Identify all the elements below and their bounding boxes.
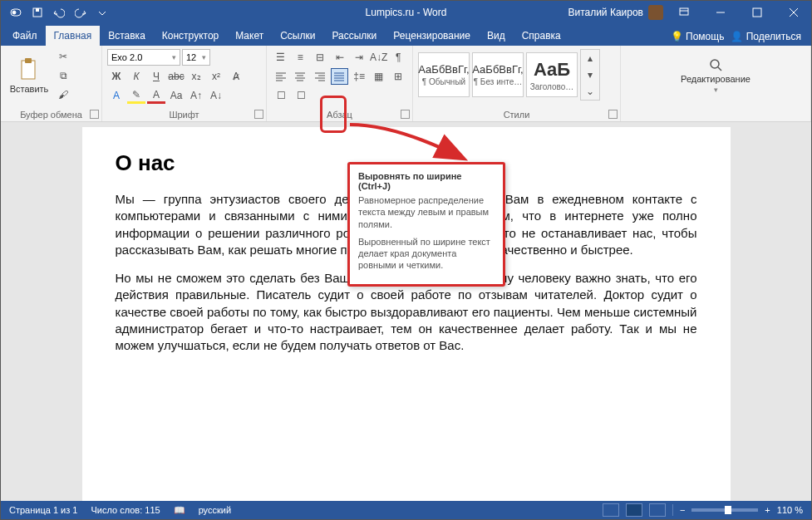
- title-bar: Lumpics.ru - Word Виталий Каиров: [1, 1, 811, 24]
- styles-expand[interactable]: ⌄: [581, 83, 599, 100]
- qat-menu[interactable]: [92, 2, 112, 22]
- highlight-button[interactable]: ✎: [127, 87, 145, 104]
- shading-button[interactable]: ▦: [370, 68, 388, 85]
- style-nospace[interactable]: АаБбВвГг, ¶ Без инте…: [472, 52, 524, 97]
- align-right-button[interactable]: [311, 68, 329, 85]
- sort-button[interactable]: A↓Z: [370, 49, 388, 66]
- editing-menu[interactable]: Редактирование ▾: [626, 49, 805, 102]
- tab-references[interactable]: Ссылки: [272, 26, 323, 46]
- share-button[interactable]: 👤 Поделиться: [731, 31, 801, 42]
- tab-review[interactable]: Рецензирование: [385, 26, 479, 46]
- italic-button[interactable]: К: [127, 68, 145, 85]
- view-web-button[interactable]: [649, 503, 666, 517]
- superscript-button[interactable]: x²: [207, 68, 225, 85]
- tooltip-title: Выровнять по ширине (Ctrl+J): [358, 171, 495, 191]
- bold-button[interactable]: Ж: [107, 68, 125, 85]
- svg-line-28: [718, 67, 721, 71]
- para-extra-2[interactable]: ☐: [292, 87, 310, 104]
- avatar: [648, 5, 663, 20]
- justify-tooltip: Выровнять по ширине (Ctrl+J) Равномерное…: [347, 162, 505, 287]
- save-icon[interactable]: [27, 2, 47, 22]
- format-painter-icon[interactable]: 🖌: [54, 86, 72, 103]
- strike-button[interactable]: abc: [167, 68, 185, 85]
- font-color-button[interactable]: A: [147, 87, 165, 104]
- group-styles-label: Стили: [418, 108, 615, 120]
- text-effects-button[interactable]: A: [107, 87, 125, 104]
- autosave-toggle[interactable]: [6, 2, 26, 22]
- tab-insert[interactable]: Вставка: [100, 26, 154, 46]
- view-print-button[interactable]: [626, 503, 642, 517]
- status-words[interactable]: Число слов: 115: [91, 505, 160, 515]
- tab-mailings[interactable]: Рассылки: [323, 26, 385, 46]
- svg-rect-6: [753, 8, 761, 17]
- undo-icon[interactable]: [49, 2, 69, 22]
- group-font-label: Шрифт: [107, 108, 261, 120]
- tooltip-p2: Выровненный по ширине текст делает края …: [358, 236, 495, 272]
- paste-button[interactable]: Вставить: [6, 49, 52, 102]
- group-clipboard-label: Буфер обмена: [6, 108, 96, 120]
- change-case-button[interactable]: Aa: [167, 87, 185, 104]
- view-read-button[interactable]: [603, 503, 619, 517]
- status-page[interactable]: Страница 1 из 1: [9, 505, 77, 515]
- styles-launcher[interactable]: [608, 110, 618, 119]
- zoom-level[interactable]: 110 %: [777, 505, 803, 515]
- tab-layout[interactable]: Макет: [227, 26, 272, 46]
- minimize-button[interactable]: [705, 1, 736, 24]
- numbering-button[interactable]: ≡: [292, 49, 310, 66]
- clear-format-button[interactable]: A̷: [227, 68, 245, 85]
- tab-view[interactable]: Вид: [479, 26, 514, 46]
- font-name-combo[interactable]: Exo 2.0▾: [107, 49, 180, 66]
- font-launcher[interactable]: [254, 110, 263, 119]
- zoom-slider[interactable]: [691, 508, 758, 512]
- ribbon-tabs: Файл Главная Вставка Конструктор Макет С…: [1, 24, 811, 46]
- styles-scroll-down[interactable]: ▾: [581, 66, 599, 83]
- clipboard-launcher[interactable]: [90, 110, 99, 119]
- svg-rect-3: [36, 8, 39, 12]
- show-marks-button[interactable]: ¶: [389, 49, 407, 66]
- underline-button[interactable]: Ч: [147, 68, 165, 85]
- redo-icon[interactable]: [71, 2, 91, 22]
- zoom-in-button[interactable]: +: [765, 505, 770, 515]
- font-size-combo[interactable]: 12▾: [182, 49, 210, 66]
- align-left-button[interactable]: [272, 68, 290, 85]
- ribbon: Вставить ✂ ⧉ 🖌 Буфер обмена Exo 2.0▾ 12▾…: [1, 46, 811, 122]
- borders-button[interactable]: ⊞: [389, 68, 407, 85]
- ribbon-options-icon[interactable]: [668, 1, 700, 24]
- tab-design[interactable]: Конструктор: [154, 26, 227, 46]
- user-account[interactable]: Виталий Каиров: [568, 5, 663, 20]
- status-proof-icon[interactable]: 📖: [174, 505, 185, 516]
- svg-point-1: [12, 11, 16, 14]
- zoom-out-button[interactable]: −: [680, 505, 685, 515]
- cut-icon[interactable]: ✂: [54, 48, 72, 65]
- tab-file[interactable]: Файл: [4, 26, 46, 46]
- increase-indent-button[interactable]: ⇥: [350, 49, 368, 66]
- bullets-button[interactable]: ☰: [272, 49, 290, 66]
- para-extra-1[interactable]: ☐: [272, 87, 290, 104]
- line-spacing-button[interactable]: ‡≡: [350, 68, 368, 85]
- styles-scroll-up[interactable]: ▴: [581, 50, 599, 66]
- user-name: Виталий Каиров: [568, 7, 643, 18]
- align-center-button[interactable]: [292, 68, 310, 85]
- svg-point-27: [711, 60, 719, 68]
- maximize-button[interactable]: [741, 1, 773, 24]
- tab-help[interactable]: Справка: [514, 26, 569, 46]
- svg-rect-9: [22, 61, 35, 79]
- copy-icon[interactable]: ⧉: [54, 67, 72, 84]
- grow-font-button[interactable]: A↑: [187, 87, 205, 104]
- group-paragraph-label: Абзац: [272, 108, 407, 120]
- justify-button[interactable]: [331, 68, 349, 85]
- status-bar: Страница 1 из 1 Число слов: 115 📖 русски…: [1, 501, 811, 519]
- multilevel-button[interactable]: ⊟: [311, 49, 329, 66]
- shrink-font-button[interactable]: A↓: [207, 87, 225, 104]
- tab-home[interactable]: Главная: [46, 26, 101, 46]
- subscript-button[interactable]: x₂: [187, 68, 205, 85]
- close-button[interactable]: [778, 1, 810, 24]
- tooltip-p1: Равномерное распределение текста между л…: [358, 194, 495, 230]
- status-language[interactable]: русский: [199, 505, 231, 515]
- decrease-indent-button[interactable]: ⇤: [331, 49, 349, 66]
- tellme[interactable]: 💡 Помощь: [671, 31, 725, 42]
- svg-rect-4: [680, 8, 688, 15]
- style-heading[interactable]: АаБ Заголово…: [526, 52, 578, 97]
- paragraph-launcher[interactable]: [401, 110, 410, 119]
- style-normal[interactable]: АаБбВвГг, ¶ Обычный: [418, 52, 470, 97]
